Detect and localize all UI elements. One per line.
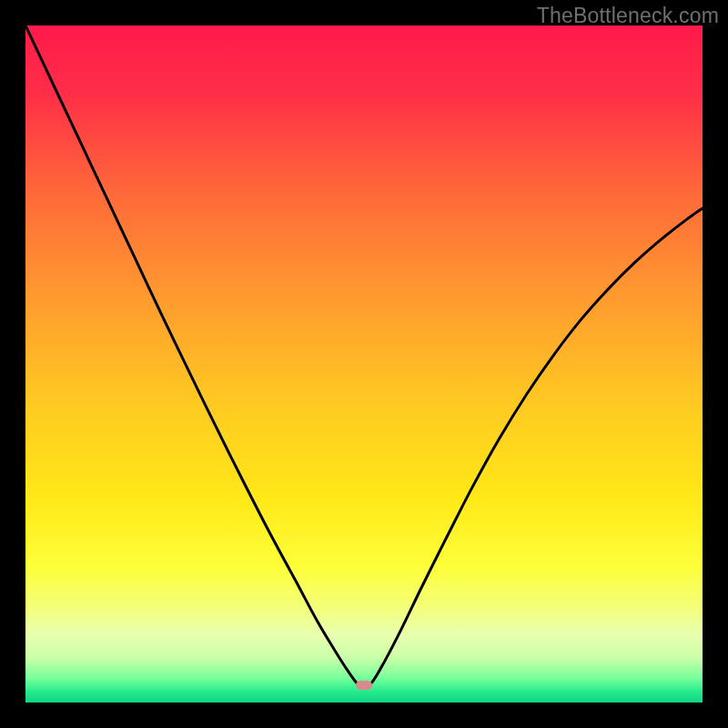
plot-area: [25, 25, 703, 703]
watermark-text: TheBottleneck.com: [537, 4, 719, 28]
optimum-marker: [356, 681, 372, 690]
bottleneck-curve: [25, 25, 703, 703]
chart-frame: TheBottleneck.com: [0, 0, 728, 728]
